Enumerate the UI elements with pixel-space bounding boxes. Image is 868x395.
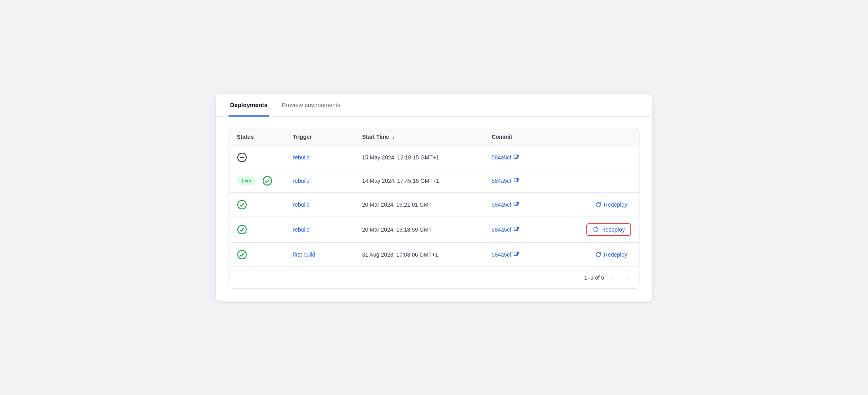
col-header-commit: Commit xyxy=(484,128,570,146)
status-cell-inner xyxy=(237,249,277,260)
external-link-icon xyxy=(513,226,520,233)
svg-point-8 xyxy=(238,250,246,259)
start-time-cell: 14 May 2024, 17:45:15 GMT+1 xyxy=(354,169,484,192)
pagination-bar: 1–5 of 5 ‹ › xyxy=(229,267,639,288)
commit-link[interactable]: 584a5cf xyxy=(492,154,520,161)
svg-point-2 xyxy=(263,176,272,185)
minus-circle-icon xyxy=(237,152,247,163)
live-badge: Live xyxy=(237,176,256,185)
redeploy-icon xyxy=(595,251,601,258)
trigger-link[interactable]: first build xyxy=(293,251,315,258)
start-time-cell: 31 Aug 2023, 17:03:06 GMT+1 xyxy=(354,242,484,267)
action-cell: Redeploy xyxy=(570,217,639,242)
deployments-table-wrapper: Status Trigger Start Time ↓ Commit rebui… xyxy=(229,128,639,289)
commit-cell: 584a5cf xyxy=(484,242,570,267)
pagination-range: 1–5 of 5 xyxy=(584,274,604,281)
commit-link[interactable]: 584a5cf xyxy=(492,251,520,258)
status-cell xyxy=(229,217,285,242)
col-header-action xyxy=(570,128,639,146)
status-cell xyxy=(229,242,285,267)
tab-deployments[interactable]: Deployments xyxy=(229,94,269,117)
status-cell-inner xyxy=(237,224,277,235)
commit-cell: 584a5cf xyxy=(484,146,570,169)
trigger-link[interactable]: rebuild xyxy=(293,201,310,208)
external-link-icon xyxy=(513,251,520,258)
commit-link[interactable]: 584a5cf xyxy=(492,226,520,233)
redeploy-button[interactable]: Redeploy xyxy=(586,223,631,236)
redeploy-label: Redeploy xyxy=(604,201,627,208)
redeploy-label: Redeploy xyxy=(601,226,625,233)
svg-point-4 xyxy=(238,200,246,209)
table-row: first build31 Aug 2023, 17:03:06 GMT+158… xyxy=(229,242,639,267)
table-row: Live rebuild14 May 2024, 17:45:15 GMT+15… xyxy=(229,169,639,192)
check-circle-icon xyxy=(262,176,273,186)
page-container: Deployments Preview environments Status … xyxy=(216,94,652,301)
check-circle-icon xyxy=(237,224,247,235)
commit-cell: 584a5cf xyxy=(484,217,570,242)
status-cell-inner xyxy=(237,152,277,163)
action-cell: Redeploy xyxy=(570,192,639,217)
trigger-link[interactable]: rebuild xyxy=(293,154,310,161)
table-row: rebuild20 Mar 2024, 16:21:01 GMT584a5cf … xyxy=(229,192,639,217)
svg-point-6 xyxy=(238,225,246,234)
action-cell xyxy=(570,146,639,169)
trigger-cell: first build xyxy=(285,242,354,267)
pagination-prev-button[interactable]: ‹ xyxy=(609,272,618,283)
commit-link[interactable]: 584a5cf xyxy=(492,201,520,208)
external-link-icon xyxy=(513,178,520,184)
tabs-bar: Deployments Preview environments xyxy=(216,94,652,117)
trigger-cell: rebuild xyxy=(285,169,354,192)
external-link-icon xyxy=(513,201,520,208)
start-time-cell: 20 Mar 2024, 16:18:59 GMT xyxy=(354,217,484,242)
trigger-link[interactable]: rebuild xyxy=(293,178,310,184)
trigger-link[interactable]: rebuild xyxy=(293,226,310,233)
sort-arrow-icon: ↓ xyxy=(392,134,395,140)
status-cell xyxy=(229,146,285,169)
trigger-cell: rebuild xyxy=(285,192,354,217)
external-link-icon xyxy=(513,154,520,161)
trigger-cell: rebuild xyxy=(285,217,354,242)
commit-cell: 584a5cf xyxy=(484,169,570,192)
action-cell xyxy=(570,169,639,192)
main-content: Status Trigger Start Time ↓ Commit rebui… xyxy=(216,117,652,301)
col-header-status: Status xyxy=(229,128,285,146)
status-cell xyxy=(229,192,285,217)
start-time-cell: 15 May 2024, 12:18:15 GMT+1 xyxy=(354,146,484,169)
redeploy-button[interactable]: Redeploy xyxy=(591,199,631,210)
col-header-starttime[interactable]: Start Time ↓ xyxy=(354,128,484,146)
check-circle-icon xyxy=(237,249,247,260)
table-header-row: Status Trigger Start Time ↓ Commit xyxy=(229,128,639,146)
status-cell: Live xyxy=(229,169,285,192)
commit-link[interactable]: 584a5cf xyxy=(492,178,520,184)
commit-cell: 584a5cf xyxy=(484,192,570,217)
start-time-cell: 20 Mar 2024, 16:21:01 GMT xyxy=(354,192,484,217)
redeploy-icon xyxy=(595,201,601,208)
action-cell: Redeploy xyxy=(570,242,639,267)
col-header-trigger: Trigger xyxy=(285,128,354,146)
check-circle-icon xyxy=(237,199,247,210)
redeploy-icon xyxy=(593,226,599,233)
redeploy-button[interactable]: Redeploy xyxy=(591,249,631,260)
table-row: rebuild20 Mar 2024, 16:18:59 GMT584a5cf … xyxy=(229,217,639,242)
deployments-table: Status Trigger Start Time ↓ Commit rebui… xyxy=(229,128,639,267)
tab-preview-environments[interactable]: Preview environments xyxy=(280,94,342,117)
pagination-next-button[interactable]: › xyxy=(622,272,631,283)
status-cell-inner xyxy=(237,199,277,210)
trigger-cell: rebuild xyxy=(285,146,354,169)
redeploy-label: Redeploy xyxy=(604,251,627,258)
table-row: rebuild15 May 2024, 12:18:15 GMT+1584a5c… xyxy=(229,146,639,169)
status-cell-inner: Live xyxy=(237,176,277,186)
